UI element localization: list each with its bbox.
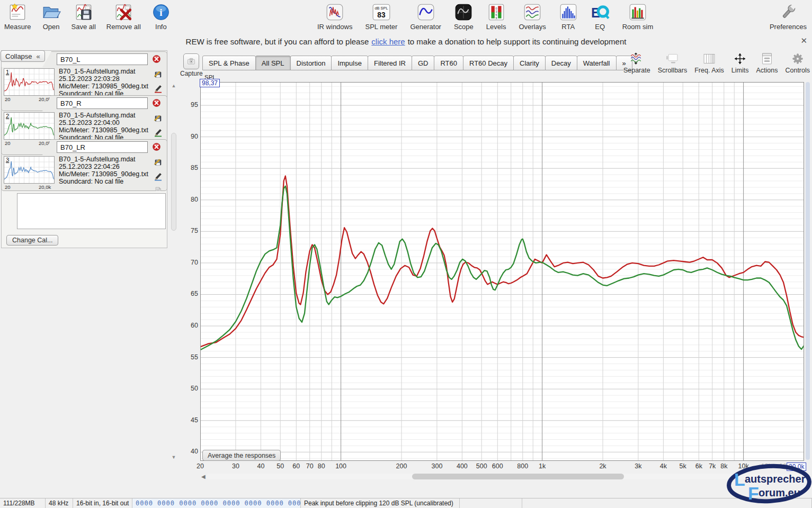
vertical-scrollbar-thumb[interactable]: [806, 82, 810, 460]
info-button[interactable]: iInfo: [150, 1, 172, 32]
sidebar-scrollbar[interactable]: ▲ ▼: [170, 83, 177, 460]
average-responses-button[interactable]: Average the responses: [202, 450, 281, 461]
y-tick-70: 70: [182, 259, 198, 266]
change-cal-button[interactable]: Change Cal...: [6, 235, 58, 246]
remove-all-button[interactable]: Remove all: [105, 1, 142, 32]
trace-style-icon[interactable]: [154, 172, 163, 183]
measurement-date: 25.12.2023 22:04:00: [59, 120, 151, 127]
room-sim-button[interactable]: Room sim: [621, 1, 655, 32]
collapse-sidebar-button[interactable]: Collapse «: [1, 50, 45, 62]
plot-area[interactable]: SPL 98,37 Average the responses: [200, 82, 804, 461]
tab-rt60[interactable]: RT60: [434, 56, 463, 70]
measurement-name-field[interactable]: [57, 53, 148, 65]
measurement-notes-field[interactable]: [17, 193, 166, 229]
vertical-scrollbar[interactable]: [805, 82, 810, 461]
ir-windows-button[interactable]: IR windows: [316, 1, 353, 32]
sidebar-scrollbar-thumb[interactable]: [171, 133, 176, 231]
horizontal-scrollbar-track[interactable]: [207, 474, 800, 479]
tab-impulse[interactable]: Impulse: [331, 56, 368, 70]
controls-icon: [791, 52, 805, 66]
actions-button[interactable]: Actions: [755, 51, 779, 75]
save-measurement-icon[interactable]: [154, 158, 163, 169]
x-tick-7k: 7k: [709, 462, 716, 470]
measurement-thumbnail[interactable]: 2: [4, 112, 55, 140]
scroll-up-icon[interactable]: ▲: [170, 83, 177, 89]
save-measurement-icon[interactable]: [154, 114, 163, 125]
tab-waterfall[interactable]: Waterfall: [577, 56, 617, 70]
spl-meter-button[interactable]: dB SPL 83SPL meter: [364, 1, 398, 32]
generator-label: Generator: [410, 23, 441, 31]
trace-B70_R: [200, 186, 804, 350]
delete-measurement-icon[interactable]: [152, 142, 161, 151]
status-cell-2: 16-bit in, 16-bit out: [73, 498, 132, 508]
measurement-index: 2: [6, 113, 9, 119]
save-all-button[interactable]: Save all: [70, 1, 97, 32]
capture-button[interactable]: [183, 53, 199, 69]
x-tick-100: 100: [335, 462, 346, 470]
overlays-button[interactable]: Overlays: [517, 1, 547, 32]
limits-button[interactable]: Limits: [730, 51, 750, 75]
tab-clarity[interactable]: Clarity: [513, 56, 546, 70]
close-icon[interactable]: ✕: [800, 36, 807, 46]
measurement-thumbnail[interactable]: 3: [4, 156, 55, 184]
levels-button[interactable]: 0 3 6 9Levels: [485, 1, 507, 32]
x-tick-200k[interactable]: 20,0k: [787, 462, 806, 471]
remove-all-label: Remove all: [106, 23, 141, 31]
tab-spl-phase[interactable]: SPL & Phase: [202, 56, 256, 70]
tab-filtered-ir[interactable]: Filtered IR: [368, 56, 412, 70]
save-measurement-icon[interactable]: [154, 70, 163, 81]
svg-text:i: i: [159, 7, 163, 18]
y-axis-labels: 404550556065707580859095: [182, 82, 198, 461]
collapse-label: Collapse: [5, 52, 32, 60]
donation-text-before: REW is free software, but if you can aff…: [186, 37, 369, 46]
tab-distortion[interactable]: Distortion: [290, 56, 332, 70]
tab-decay[interactable]: Decay: [545, 56, 577, 70]
measure-label: Measure: [4, 23, 31, 31]
freq-axis-label: Freq. Axis: [694, 67, 724, 74]
x-tick-600: 600: [492, 462, 503, 470]
tab-all-spl[interactable]: All SPL: [255, 56, 291, 70]
separate-button[interactable]: Separate: [622, 51, 652, 75]
y-tick-85: 85: [182, 164, 198, 171]
delete-measurement-icon[interactable]: [152, 98, 161, 107]
measurements-sidebar: 12020,0kB70_1-5-Aufstellung.mdat25.12.20…: [0, 50, 180, 508]
status-cell-5: [460, 498, 522, 508]
preferences-button[interactable]: Preferences: [769, 1, 808, 32]
scroll-left-icon[interactable]: ◀: [201, 474, 206, 479]
tab-rt60-decay[interactable]: RT60 Decay: [463, 56, 514, 70]
rta-button[interactable]: RTA: [558, 1, 579, 32]
delete-measurement-icon[interactable]: [152, 55, 161, 64]
chart-area: 404550556065707580859095 SPL 98,37 Avera…: [180, 75, 812, 498]
tab-gd[interactable]: GD: [412, 56, 435, 70]
measurement-mic: Mic/Meter: 7130985_90deg.txt: [59, 83, 151, 90]
svg-text:0: 0: [495, 7, 497, 10]
trace-style-icon[interactable]: [154, 84, 163, 95]
trace-style-icon[interactable]: [154, 128, 163, 139]
freq-axis-icon: [702, 52, 716, 66]
status-bar: 111/228MB48 kHz16-bit in, 16-bit out0000…: [0, 498, 812, 508]
open-button[interactable]: Open: [41, 1, 62, 32]
measurement-date: 25.12.2023 22:04:26: [59, 164, 151, 171]
eq-button[interactable]: E EQ: [590, 1, 611, 32]
donation-link[interactable]: click here: [371, 37, 405, 46]
x-tick-80: 80: [318, 462, 325, 470]
measurement-thumbnail[interactable]: 1: [4, 68, 55, 96]
scroll-down-icon[interactable]: ▼: [170, 454, 177, 460]
measurement-name-field[interactable]: [57, 97, 148, 109]
generator-button[interactable]: Generator: [409, 1, 442, 32]
status-cell-6: [522, 498, 812, 508]
measurement-name-field[interactable]: [57, 141, 148, 153]
toolbar-file-group: Measure Open Save all Remove all iInfo: [3, 1, 172, 32]
horizontal-scrollbar[interactable]: ◀: [200, 473, 804, 480]
y-axis-max-readout[interactable]: 98,37: [200, 79, 220, 87]
scrollbars-button[interactable]: Scrollbars: [657, 51, 689, 75]
x-tick-200: 200: [396, 462, 407, 470]
x-tick-2k: 2k: [599, 462, 606, 470]
controls-button[interactable]: Controls: [784, 51, 811, 75]
open-label: Open: [43, 23, 60, 31]
measure-button[interactable]: Measure: [3, 1, 32, 32]
x-tick-30: 30: [232, 462, 239, 470]
horizontal-scrollbar-thumb[interactable]: [412, 474, 624, 479]
scope-button[interactable]: Scope: [453, 1, 475, 32]
freq-axis-button[interactable]: Freq. Axis: [693, 51, 725, 75]
